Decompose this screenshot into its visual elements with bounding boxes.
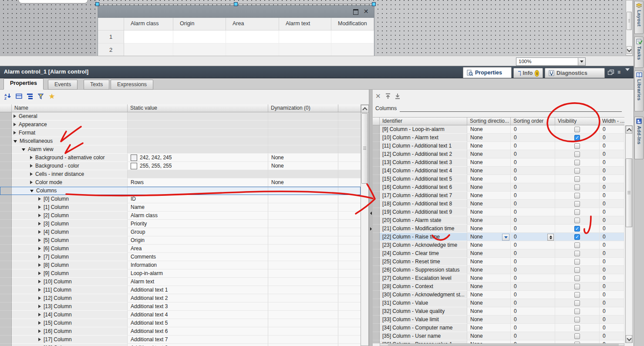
- tree-row-dynamization[interactable]: None: [268, 162, 338, 170]
- columns-vertical-scrollbar[interactable]: [625, 125, 633, 343]
- tree-row-dynamization[interactable]: None: [268, 154, 338, 162]
- columns-table-row[interactable]: [13] Column - Additional text 3None00: [373, 158, 624, 167]
- columns-row-sorting-order[interactable]: 0: [511, 142, 555, 150]
- tree-row-dynamization[interactable]: [268, 319, 338, 327]
- tree-row-static-value[interactable]: Priority: [128, 220, 268, 228]
- visibility-checkbox[interactable]: [574, 160, 580, 165]
- columns-row-sorting-direction[interactable]: None: [467, 191, 511, 200]
- chevron-collapsed-icon[interactable]: [38, 214, 41, 217]
- columns-table-row[interactable]: [19] Column - Additional text 9None00: [373, 208, 624, 216]
- columns-row-width[interactable]: 0: [600, 191, 624, 200]
- tree-row-dynamization[interactable]: [268, 129, 338, 137]
- visibility-checkbox[interactable]: [574, 300, 580, 306]
- visibility-checkbox[interactable]: [574, 325, 580, 331]
- tree-row[interactable]: [10] ColumnAlarm text: [0, 278, 361, 286]
- tree-row[interactable]: Background - color255, 255, 255None: [0, 162, 361, 170]
- selection-handle[interactable]: [95, 2, 99, 6]
- move-up-icon[interactable]: [385, 93, 391, 99]
- columns-table-row[interactable]: [25] Column - Reset timeNone00: [373, 258, 624, 266]
- visibility-checkbox[interactable]: [574, 309, 580, 314]
- columns-row-width[interactable]: 0: [600, 258, 624, 266]
- tree-row-dynamization[interactable]: [268, 302, 338, 311]
- visibility-checkbox[interactable]: [574, 267, 580, 273]
- columns-row-sorting-direction[interactable]: None: [467, 167, 511, 175]
- tree-row-name[interactable]: [18] Column: [12, 344, 128, 346]
- tree-row[interactable]: General: [0, 112, 361, 121]
- columns-row-width[interactable]: 0: [600, 307, 624, 316]
- chevron-collapsed-icon[interactable]: [38, 247, 41, 250]
- tree-header-dynamization[interactable]: Dynamization (0): [268, 104, 338, 112]
- columns-row-sorting-direction[interactable]: None: [467, 175, 511, 183]
- columns-row-sorting-order[interactable]: 0: [511, 241, 555, 249]
- tree-row[interactable]: [3] ColumnPriority: [0, 220, 361, 228]
- columns-table-row[interactable]: [28] Column - ContextNone00: [373, 282, 624, 291]
- tree-row-name[interactable]: [2] Column: [12, 212, 128, 220]
- columns-row-sorting-order[interactable]: 0: [511, 258, 555, 266]
- panel-splitter[interactable]: [369, 90, 373, 346]
- columns-table-row[interactable]: [36] Column - Process value 1None00: [373, 340, 624, 343]
- columns-row-width[interactable]: 0: [600, 274, 624, 282]
- columns-row-sorting-direction[interactable]: None: [467, 208, 511, 216]
- columns-row-width[interactable]: 0: [600, 282, 624, 291]
- tree-row-static-value[interactable]: 242, 242, 245: [128, 154, 268, 162]
- columns-row-width[interactable]: 0: [600, 316, 624, 324]
- tree-row[interactable]: Alarm view: [0, 145, 361, 154]
- visibility-checkbox[interactable]: [574, 168, 580, 174]
- tree-row-static-value[interactable]: [128, 145, 268, 154]
- columns-row-sorting-direction[interactable]: None: [467, 150, 511, 158]
- tree-row-selected[interactable]: Columns: [0, 187, 361, 195]
- selection-handle[interactable]: [372, 2, 376, 6]
- tree-row[interactable]: [16] ColumnAdditional text 6: [0, 327, 361, 336]
- columns-row-width[interactable]: 0: [600, 150, 624, 158]
- tree-row-dynamization[interactable]: [268, 278, 338, 286]
- columns-row-width[interactable]: 0: [600, 142, 624, 150]
- tree-row[interactable]: Appearance: [0, 121, 361, 129]
- tree-row[interactable]: [18] ColumnAdditional text 8: [0, 344, 361, 346]
- columns-row-sorting-direction[interactable]: None: [467, 266, 511, 274]
- columns-table-row[interactable]: [20] Column - Alarm stateNone00: [373, 216, 624, 225]
- sidebar-tab-add-ins[interactable]: Add-Ins: [634, 117, 644, 159]
- alarm-table-column-header[interactable]: Alarm class: [124, 18, 173, 30]
- col-header-width[interactable]: Width - ...: [600, 118, 624, 125]
- tree-row-dynamization[interactable]: [268, 112, 338, 121]
- visibility-checkbox[interactable]: [574, 292, 580, 298]
- chevron-collapsed-icon[interactable]: [13, 114, 16, 118]
- chevron-collapsed-icon[interactable]: [38, 263, 41, 267]
- columns-row-width[interactable]: 0: [600, 208, 624, 216]
- tree-row-static-value[interactable]: Additional text 1: [128, 286, 268, 294]
- columns-table-row[interactable]: [16] Column - Additional text 6None00: [373, 183, 624, 191]
- chevron-down-icon[interactable]: [578, 58, 585, 65]
- tree-row-static-value[interactable]: Additional text 4: [128, 311, 268, 319]
- columns-row-width[interactable]: 0: [600, 134, 624, 142]
- col-header-sorting-direction[interactable]: Sorting directio...: [467, 118, 511, 125]
- tab-events[interactable]: Events: [48, 80, 78, 90]
- tree-row-dynamization[interactable]: [268, 137, 338, 145]
- chevron-collapsed-icon[interactable]: [38, 197, 41, 201]
- canvas-vertical-scrollbar[interactable]: [626, 0, 633, 56]
- favorites-star-icon[interactable]: ★: [48, 92, 56, 100]
- tree-row-dynamization[interactable]: [268, 170, 338, 178]
- tab-properties[interactable]: Properties: [3, 78, 44, 90]
- tree-row-dynamization[interactable]: [268, 261, 338, 269]
- columns-table-row[interactable]: [32] Column - Value qualityNone00: [373, 307, 624, 316]
- selection-handle[interactable]: [234, 2, 238, 6]
- tree-row-static-value[interactable]: [128, 187, 268, 195]
- tree-row-dynamization[interactable]: [268, 121, 338, 129]
- visibility-checkbox[interactable]: [574, 176, 580, 182]
- columns-row-width[interactable]: 0: [600, 175, 624, 183]
- columns-row-sorting-direction[interactable]: None: [467, 258, 511, 266]
- col-header-sorting-order[interactable]: Sorting order: [511, 118, 555, 125]
- visibility-checkbox[interactable]: [574, 317, 580, 322]
- color-swatch[interactable]: [131, 163, 137, 169]
- tree-row-dynamization[interactable]: [268, 212, 338, 220]
- sidebar-tab-libraries[interactable]: Libraries: [634, 71, 644, 111]
- sorting-direction-dropdown-icon[interactable]: [502, 234, 509, 241]
- scroll-down-button[interactable]: [627, 46, 632, 54]
- scroll-down-button[interactable]: [626, 335, 632, 343]
- columns-row-sorting-order[interactable]: 0: [511, 183, 555, 191]
- tree-row-static-value[interactable]: Group: [128, 228, 268, 236]
- tree-row[interactable]: [7] ColumnComments: [0, 253, 361, 261]
- tree-row[interactable]: [14] ColumnAdditional text 4: [0, 311, 361, 319]
- visibility-checkbox[interactable]: [574, 242, 580, 248]
- tree-row-dynamization[interactable]: [268, 228, 338, 236]
